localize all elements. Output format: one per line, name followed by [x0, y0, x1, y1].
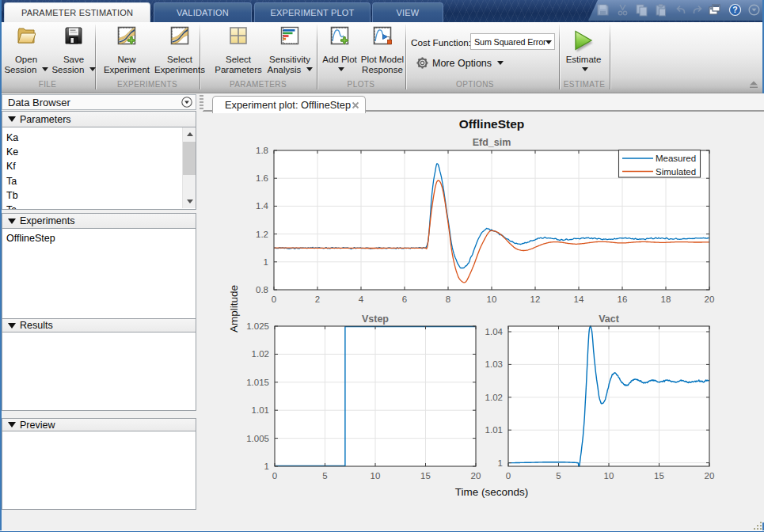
svg-text:16: 16	[618, 294, 628, 304]
svg-text:10: 10	[371, 471, 381, 481]
svg-text:Efd_sim: Efd_sim	[473, 137, 511, 148]
svg-text:4: 4	[359, 294, 364, 304]
svg-text:1.025: 1.025	[246, 321, 269, 331]
svg-text:5: 5	[556, 471, 561, 481]
svg-text:1.02: 1.02	[485, 393, 503, 402]
svg-text:Amplitude: Amplitude	[228, 285, 240, 332]
svg-text:Vact: Vact	[599, 314, 620, 325]
svg-text:1.04: 1.04	[485, 327, 504, 336]
svg-text:1.6: 1.6	[256, 173, 268, 183]
svg-text:0: 0	[272, 294, 276, 304]
svg-text:1.01: 1.01	[252, 405, 269, 415]
svg-text:10: 10	[604, 471, 614, 481]
svg-text:1: 1	[264, 257, 268, 267]
svg-text:1.4: 1.4	[256, 201, 269, 211]
svg-text:0.8: 0.8	[256, 285, 268, 294]
svg-text:2: 2	[315, 294, 320, 304]
svg-text:20: 20	[705, 294, 715, 304]
svg-text:8: 8	[446, 294, 450, 304]
svg-text:1.8: 1.8	[256, 146, 268, 155]
svg-text:14: 14	[574, 294, 584, 304]
svg-text:1.01: 1.01	[485, 425, 503, 435]
svg-text:6: 6	[402, 294, 407, 304]
svg-text:15: 15	[420, 471, 431, 481]
svg-text:OfflineStep: OfflineStep	[459, 117, 525, 131]
svg-text:20: 20	[471, 471, 481, 481]
svg-text:10: 10	[487, 294, 497, 304]
svg-text:1.015: 1.015	[246, 378, 269, 387]
svg-text:1: 1	[264, 462, 269, 471]
svg-text:Time (seconds): Time (seconds)	[455, 486, 529, 498]
svg-text:0: 0	[272, 471, 277, 481]
svg-text:1: 1	[498, 458, 503, 468]
svg-text:Vstep: Vstep	[362, 314, 389, 325]
svg-text:12: 12	[530, 294, 541, 304]
svg-text:1.02: 1.02	[252, 349, 269, 359]
svg-text:15: 15	[654, 471, 664, 481]
svg-text:Simulated: Simulated	[656, 167, 696, 177]
svg-text:20: 20	[705, 471, 715, 481]
svg-text:Measured: Measured	[656, 154, 696, 163]
svg-text:0: 0	[506, 471, 511, 481]
svg-text:1.005: 1.005	[246, 434, 269, 443]
svg-text:1.03: 1.03	[485, 359, 503, 369]
svg-text:5: 5	[322, 471, 327, 481]
svg-text:18: 18	[661, 294, 671, 304]
svg-text:1.2: 1.2	[256, 230, 268, 239]
